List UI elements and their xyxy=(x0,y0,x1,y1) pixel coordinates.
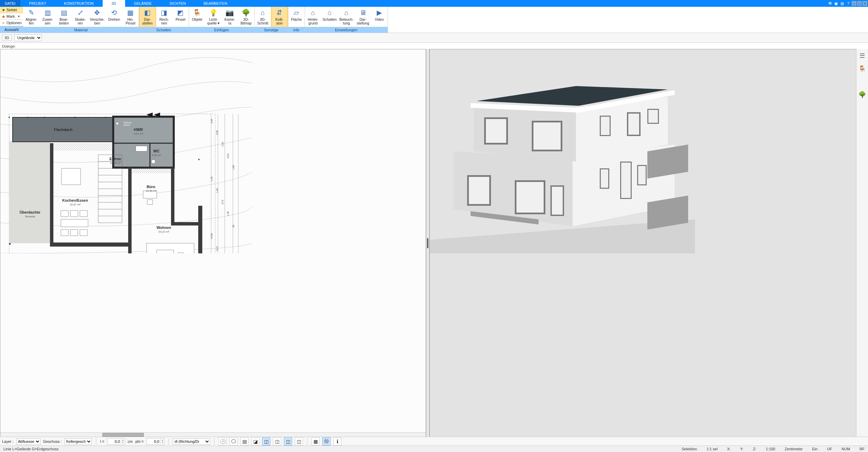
box-icon[interactable]: ▣ xyxy=(833,1,839,6)
ribbon-hinpinsel-button[interactable]: ▦Hin.Pinsel xyxy=(122,7,139,27)
chair-icon[interactable]: 🪑 xyxy=(858,65,866,73)
flaeche-icon: ▱ xyxy=(294,7,299,18)
ribbon-pinsel-button[interactable]: ◩Pinsel xyxy=(172,7,189,27)
mode-chip[interactable]: 3D xyxy=(2,35,12,41)
status-sel: 1:1 sel xyxy=(704,447,719,451)
plan-hscroll[interactable] xyxy=(0,432,426,437)
ribbon-kollision-button[interactable]: ⇵Kolli-sion xyxy=(271,7,288,27)
ribbon-verschieben-button[interactable]: ✥Verschie-ben xyxy=(88,7,106,27)
stack-icon[interactable]: ▤ xyxy=(240,437,249,446)
menu-3d[interactable]: 3D xyxy=(103,0,125,7)
ribbon-kamera-button[interactable]: 📷Kame-ra xyxy=(222,7,238,27)
bitmap3d-icon: 🌳 xyxy=(242,7,250,18)
ribbon-skalieren-button[interactable]: ⤢Skalie-ren xyxy=(72,7,88,27)
menu-gelaende[interactable]: GELÄNDE xyxy=(125,0,161,7)
optionen-button[interactable]: + Optionen xyxy=(0,20,23,26)
svg-point-56 xyxy=(27,117,28,118)
ribbon-rechnen-button[interactable]: ◨Rech-nen xyxy=(156,7,172,27)
ribbon-flaeche-button[interactable]: ▱Fläche xyxy=(288,7,305,27)
svg-rect-34 xyxy=(70,211,78,217)
ribbon-lichtquelle-button[interactable]: 💡Licht-quelle ▾ xyxy=(205,7,222,27)
dl-select[interactable]: dl (Richtung/Di xyxy=(173,438,210,445)
menu-bearbeiten[interactable]: BEARBEITEN xyxy=(195,0,236,7)
abgreifen-icon: ✎ xyxy=(29,7,34,18)
ribbon-bearbeiten-button[interactable]: ▤Bear-beiten xyxy=(56,7,72,27)
monitor-icon[interactable]: 🖵 xyxy=(229,437,238,446)
selekt-button[interactable]: ➤ Selekt xyxy=(0,7,23,13)
ribbon-zuweisen-button[interactable]: ▥Zuwei-sen xyxy=(39,7,56,27)
menu-datei[interactable]: DATEI xyxy=(0,0,20,7)
status-z: Z: xyxy=(751,447,759,451)
svg-rect-81 xyxy=(516,182,544,213)
house-3d-svg xyxy=(430,49,695,253)
ribbon-video-button[interactable]: ▶Video xyxy=(371,7,388,27)
menu-projekt[interactable]: PROJEKT xyxy=(20,0,55,7)
ribbon-label: Pinsel xyxy=(125,21,135,25)
len-label: l = xyxy=(100,439,104,443)
ribbon-hintergrund-button[interactable]: ⌂Hinter-grund xyxy=(305,7,321,27)
terrain-select[interactable]: Urgelände xyxy=(14,34,42,41)
layers-icon[interactable]: ☰ xyxy=(858,52,866,60)
ribbon-darstellung-button[interactable]: 🖥Dar-stellung xyxy=(355,7,371,27)
ribbon-label: ra xyxy=(228,21,231,25)
ribbon-schnitt3d-button[interactable]: ⌂3D-Schnitt xyxy=(255,7,271,27)
layer-toggle-2[interactable]: ◫ xyxy=(273,437,281,446)
color-swatch-icon[interactable] xyxy=(858,78,866,86)
svg-rect-17 xyxy=(198,206,202,253)
render-pane[interactable] xyxy=(429,49,868,437)
grid-icon[interactable]: ▦ xyxy=(311,437,320,446)
phi-input[interactable]: ▲▼ xyxy=(146,438,164,445)
ribbon-label: stellung xyxy=(357,21,369,25)
ribbon-objekt-button[interactable]: 🪑Objekt xyxy=(189,7,205,27)
skalieren-icon: ⤢ xyxy=(78,7,83,18)
layer-toggle-1[interactable]: ◫ xyxy=(262,437,270,446)
geschoss-select[interactable]: Kellergesch xyxy=(65,438,92,445)
darstellen-icon: ◧ xyxy=(144,7,151,18)
ribbon-schatten2-button[interactable]: ⌂Schatten xyxy=(321,7,338,27)
schatten2-icon: ⌂ xyxy=(327,7,331,18)
ribbon-bitmap3d-button[interactable]: 🌳3D-Bitmap xyxy=(238,7,254,27)
kamera-icon: 📷 xyxy=(225,7,234,18)
tools-icon[interactable]: 🛠 xyxy=(827,1,833,6)
ribbon-beleuchtung-button[interactable]: ⌂Beleuch-tung xyxy=(338,7,355,27)
maximize-button[interactable]: □ xyxy=(857,1,862,6)
room-label-kochen: Kochen/Essen xyxy=(62,198,88,202)
layer-toggle-4[interactable]: ◫ xyxy=(295,437,303,446)
splitter[interactable] xyxy=(426,49,429,437)
ribbon-abgreifen-button[interactable]: ✎Abgrei-fen xyxy=(23,7,39,27)
schnitt3d-icon: ⌂ xyxy=(261,7,265,18)
sub-toolbar: 3D Urgelände xyxy=(0,33,868,43)
help-icon[interactable]: ? xyxy=(846,1,851,6)
menu-konstruktion[interactable]: KONSTRUKTION xyxy=(55,0,102,7)
auswahl-group-label: Auswahl xyxy=(0,26,23,33)
clock-icon[interactable]: 🕑 xyxy=(219,437,227,446)
ribbon-label: Video xyxy=(375,18,384,21)
svg-rect-32 xyxy=(62,168,81,185)
pinsel-icon: ◩ xyxy=(177,7,184,18)
folder-icon[interactable]: ▥ xyxy=(839,1,845,6)
dim-text: 1,40 xyxy=(216,188,218,193)
ribbon-group-label: Sonstige xyxy=(255,27,288,33)
ribbon-label: Schatten xyxy=(323,18,337,21)
layer-toggle-3[interactable]: ◫ xyxy=(284,437,292,446)
menu-sichten[interactable]: SICHTEN xyxy=(160,0,194,7)
layer-select[interactable]: Abfluesse xyxy=(16,438,40,445)
svg-point-60 xyxy=(136,116,137,117)
status-num: NUM xyxy=(839,447,852,451)
north-icon[interactable]: Ⓝ xyxy=(322,437,330,446)
plan-hscroll-thumb[interactable] xyxy=(102,433,144,437)
svg-point-58 xyxy=(74,117,76,118)
minimize-button[interactable]: – xyxy=(852,1,856,6)
len-input[interactable]: ▲▼ xyxy=(107,438,125,445)
tree-icon[interactable]: 🌳 xyxy=(858,90,866,99)
cube-icon[interactable]: ◪ xyxy=(251,437,259,446)
ribbon-darstellen-button[interactable]: ◧Dar-stellen xyxy=(139,7,156,27)
ribbon-drehen-button[interactable]: ⟲Drehen xyxy=(106,7,122,27)
ribbon-group-sonstige: ⌂3D-Schnitt⇵Kolli-sionSonstige xyxy=(255,7,288,33)
mark-button[interactable]: ◆ Mark. ▼ xyxy=(0,13,23,20)
plan-pane[interactable]: Wäsche- abwurf xyxy=(0,49,426,437)
dim-text: 1,80 xyxy=(232,165,235,170)
svg-rect-85 xyxy=(601,117,610,135)
info-icon[interactable]: ℹ xyxy=(333,437,341,446)
close-button[interactable]: × xyxy=(863,1,867,6)
